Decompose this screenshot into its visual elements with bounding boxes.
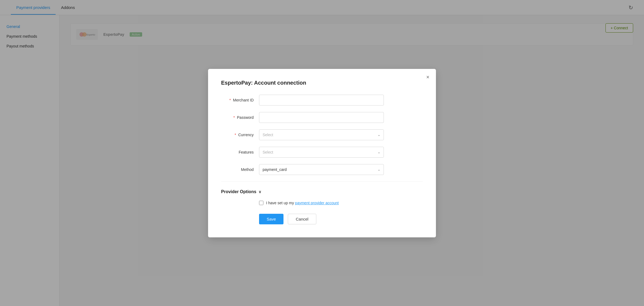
currency-placeholder: Select [263, 133, 273, 137]
currency-chevron-icon: ⌄ [378, 133, 380, 137]
features-row: Features Select ⌄ [221, 147, 423, 158]
password-input[interactable] [259, 112, 384, 123]
modal: × EspertoPay: Account connection * Merch… [208, 69, 436, 237]
features-chevron-icon: ⌄ [378, 150, 380, 154]
provider-options-chevron-icon: ∨ [259, 190, 261, 194]
modal-close-button[interactable]: × [426, 74, 429, 80]
provider-options-heading[interactable]: Provider Options ∨ [221, 189, 423, 194]
currency-row: * Currency Select ⌄ [221, 129, 423, 140]
checkbox-label-prefix: I have set up my [266, 201, 295, 205]
method-row: Method payment_card ⌄ [221, 164, 423, 175]
checkbox-row: I have set up my payment provider accoun… [259, 201, 423, 205]
features-placeholder: Select [263, 150, 273, 154]
merchant-id-input[interactable] [259, 95, 384, 106]
features-select[interactable]: Select ⌄ [259, 147, 384, 158]
merchant-id-row: * Merchant ID [221, 95, 423, 106]
method-label: Method [221, 167, 259, 172]
provider-options-label: Provider Options [221, 189, 256, 194]
divider [221, 181, 423, 182]
button-row: Save Cancel [259, 214, 423, 224]
features-label: Features [221, 150, 259, 154]
password-row: * Password [221, 112, 423, 123]
method-select[interactable]: payment_card ⌄ [259, 164, 384, 175]
save-button[interactable]: Save [259, 214, 283, 224]
required-star-currency: * [235, 133, 236, 137]
provider-account-checkbox[interactable] [259, 201, 263, 205]
cancel-button[interactable]: Cancel [288, 214, 316, 224]
merchant-id-label: * Merchant ID [221, 98, 259, 102]
modal-title: EspertoPay: Account connection [221, 80, 423, 86]
required-star-password: * [233, 115, 235, 120]
required-star: * [229, 98, 231, 102]
checkbox-label: I have set up my payment provider accoun… [266, 201, 339, 205]
method-chevron-icon: ⌄ [378, 168, 380, 171]
method-value: payment_card [263, 167, 287, 172]
currency-label: * Currency [221, 133, 259, 137]
password-label: * Password [221, 115, 259, 120]
modal-overlay: × EspertoPay: Account connection * Merch… [0, 0, 644, 306]
payment-provider-account-link[interactable]: payment provider account [295, 201, 339, 205]
currency-select[interactable]: Select ⌄ [259, 129, 384, 140]
